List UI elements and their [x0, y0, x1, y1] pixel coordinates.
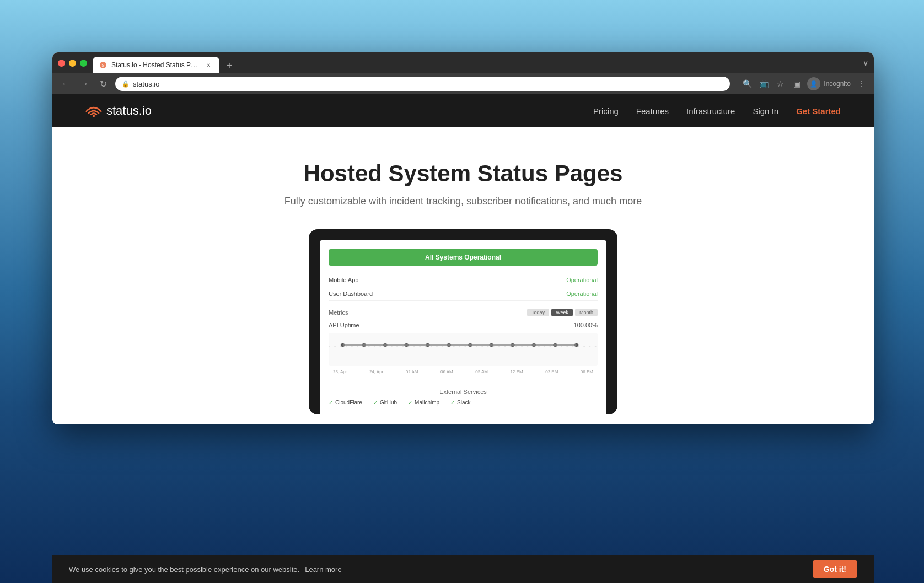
traffic-lights [58, 60, 87, 67]
hero-section: Hosted System Status Pages Fully customi… [52, 127, 874, 424]
logo-wifi-icon [85, 105, 102, 117]
chart-area [329, 333, 598, 366]
status-item-name: Mobile App [329, 277, 358, 283]
ext-service-mailchimp: ✓ Mailchimp [408, 400, 439, 406]
nav-links: Pricing Features Infrastructure Sign In … [593, 106, 841, 116]
laptop-screen: All Systems Operational Mobile App Opera… [320, 240, 606, 414]
status-item-value: Operational [566, 277, 598, 283]
tab-title: Status.io - Hosted Status Page [111, 61, 200, 69]
address-bar: ← → ↻ 🔒 status.io 🔍 📺 ☆ ▣ 👤 Incognito ⋮ [52, 73, 874, 94]
status-banner: All Systems Operational [329, 249, 598, 266]
browser-window: S Status.io - Hosted Status Page ✕ + ∨ ←… [52, 52, 874, 424]
forward-button[interactable]: → [78, 77, 91, 90]
incognito-avatar: 👤 [807, 77, 820, 90]
tab-bar: S Status.io - Hosted Status Page ✕ + [93, 52, 863, 73]
window-menu-chevron[interactable]: ∨ [863, 58, 868, 67]
minimize-button[interactable] [69, 60, 76, 67]
uptime-chart [329, 333, 598, 360]
nav-infrastructure[interactable]: Infrastructure [686, 106, 735, 116]
close-button[interactable] [58, 60, 65, 67]
titlebar-right-controls: ∨ [863, 58, 868, 67]
new-tab-button[interactable]: + [222, 58, 237, 73]
cookie-message: We use cookies to give you the best poss… [69, 565, 299, 574]
site-logo[interactable]: status.io [85, 104, 152, 118]
active-tab[interactable]: S Status.io - Hosted Status Page ✕ [93, 57, 219, 73]
external-services-list: ✓ CloudFlare ✓ GitHub ✓ Mailchimp [329, 400, 598, 406]
maximize-button[interactable] [80, 60, 87, 67]
external-services-label: External Services [329, 388, 598, 395]
metric-btn-today[interactable]: Today [527, 309, 549, 316]
checkmark-icon: ✓ [408, 400, 412, 406]
nav-sign-in[interactable]: Sign In [753, 106, 778, 116]
uptime-value: 100.00% [574, 322, 598, 328]
more-options-icon[interactable]: ⋮ [855, 78, 867, 90]
status-item-name: User Dashboard [329, 290, 373, 297]
external-services-section: External Services ✓ CloudFlare ✓ GitHub [329, 383, 598, 406]
page-content: status.io Pricing Features Infrastructur… [52, 94, 874, 424]
tab-close-button[interactable]: ✕ [204, 61, 213, 69]
metric-btn-month[interactable]: Month [575, 309, 598, 316]
ext-service-github: ✓ GitHub [373, 400, 397, 406]
ext-service-cloudflare: ✓ CloudFlare [329, 400, 362, 406]
address-display: status.io [133, 80, 723, 88]
hero-title: Hosted System Status Pages [63, 160, 863, 187]
laptop-mockup-wrapper: All Systems Operational Mobile App Opera… [63, 229, 863, 414]
status-item-mobile: Mobile App Operational [329, 273, 598, 287]
back-button[interactable]: ← [59, 77, 72, 90]
checkmark-icon: ✓ [373, 400, 378, 406]
chart-labels: 23, Apr 24, Apr 02 AM 06 AM 09 AM 12 PM … [329, 368, 598, 374]
logo-text: status.io [106, 104, 152, 118]
reload-button[interactable]: ↻ [96, 77, 110, 90]
cookie-learn-more-link[interactable]: Learn more [305, 565, 341, 574]
status-item-dashboard: User Dashboard Operational [329, 287, 598, 301]
nav-get-started[interactable]: Get Started [796, 106, 841, 116]
uptime-label: API Uptime [329, 322, 359, 328]
side-panel-icon[interactable]: ▣ [791, 78, 803, 90]
incognito-label: Incognito [824, 80, 851, 88]
cookie-banner: We use cookies to give you the best poss… [52, 555, 874, 583]
bookmark-icon[interactable]: ☆ [774, 78, 786, 90]
laptop-mockup: All Systems Operational Mobile App Opera… [309, 229, 617, 414]
svg-point-2 [93, 115, 95, 117]
metrics-label: Metrics [329, 309, 348, 316]
metric-btn-week[interactable]: Week [551, 309, 573, 316]
uptime-row: API Uptime 100.00% [329, 322, 598, 328]
cast-icon[interactable]: 📺 [758, 78, 770, 90]
nav-pricing[interactable]: Pricing [593, 106, 619, 116]
nav-features[interactable]: Features [636, 106, 669, 116]
site-navigation: status.io Pricing Features Infrastructur… [52, 94, 874, 127]
lock-icon: 🔒 [122, 80, 130, 88]
checkmark-icon: ✓ [329, 400, 333, 406]
status-item-value: Operational [566, 290, 598, 297]
tab-favicon-icon: S [99, 61, 107, 69]
address-right-icons: 🔍 📺 ☆ ▣ 👤 Incognito ⋮ [741, 77, 867, 90]
ext-service-slack: ✓ Slack [450, 400, 470, 406]
address-input-wrapper[interactable]: 🔒 status.io [115, 77, 730, 91]
metrics-header: Metrics Today Week Month [329, 309, 598, 316]
search-icon[interactable]: 🔍 [741, 78, 753, 90]
metrics-section: Metrics Today Week Month API Uptime 100.… [329, 309, 598, 374]
hero-subtitle: Fully customizable with incident trackin… [63, 196, 863, 207]
svg-text:S: S [101, 63, 104, 68]
checkmark-icon: ✓ [450, 400, 455, 406]
incognito-badge: 👤 Incognito [807, 77, 851, 90]
metrics-buttons: Today Week Month [527, 309, 598, 316]
cookie-got-it-button[interactable]: Got it! [813, 560, 857, 578]
browser-titlebar: S Status.io - Hosted Status Page ✕ + ∨ [52, 52, 874, 73]
